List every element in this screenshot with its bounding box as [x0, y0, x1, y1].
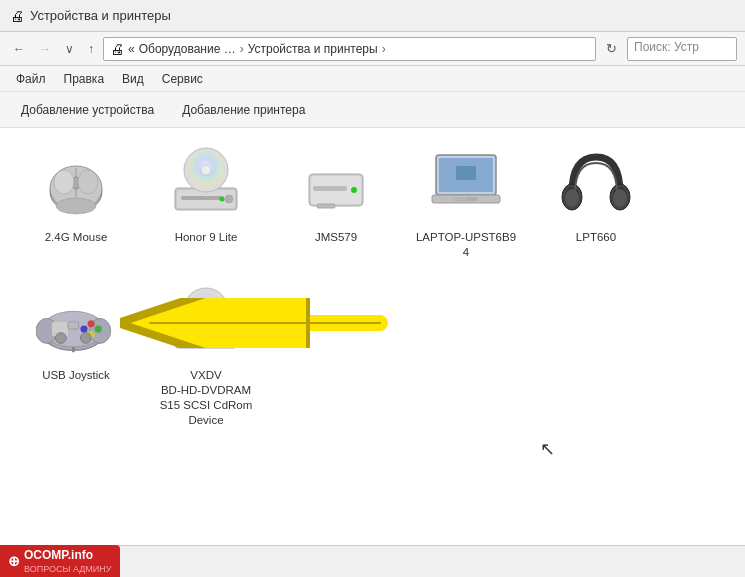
menu-edit[interactable]: Правка — [56, 70, 113, 88]
device-honor9lite-icon — [166, 144, 246, 224]
dropdown-button[interactable]: ∨ — [60, 39, 79, 59]
back-button[interactable]: ← — [8, 39, 30, 59]
svg-point-14 — [201, 165, 211, 175]
title-bar: 🖨 Устройства и принтеры — [0, 0, 745, 32]
title-bar-icon: 🖨 — [10, 8, 24, 24]
device-vxdv-icon — [166, 282, 246, 362]
title-bar-title: Устройства и принтеры — [30, 8, 171, 23]
device-honor9lite-label: Honor 9 Lite — [175, 230, 238, 245]
address-path: 🖨 « Оборудование … › Устройства и принте… — [103, 37, 596, 61]
svg-rect-26 — [440, 199, 466, 200]
device-joystick[interactable]: USB Joystick — [16, 276, 136, 389]
content-area: 2.4G Mouse — [0, 128, 745, 545]
svg-point-40 — [80, 325, 87, 332]
svg-rect-19 — [317, 204, 335, 208]
svg-point-50 — [220, 334, 225, 339]
svg-point-31 — [565, 189, 579, 207]
device-lpt660-label: LPT660 — [576, 230, 616, 245]
path-arrow-1: › — [240, 42, 244, 56]
svg-point-18 — [351, 187, 357, 193]
device-joystick-icon — [36, 282, 116, 362]
device-mouse-label: 2.4G Mouse — [45, 230, 108, 245]
add-device-button[interactable]: Добавление устройства — [10, 99, 165, 121]
device-vxdv[interactable]: VXDVBD-HD-DVDRAMS15 SCSI CdRomDevice — [146, 276, 266, 434]
device-laptop[interactable]: LAPTOP-UPST6B94 — [406, 138, 526, 266]
svg-point-11 — [220, 197, 225, 202]
svg-point-5 — [78, 170, 98, 194]
svg-rect-42 — [68, 322, 79, 329]
device-lpt660-icon — [556, 144, 636, 224]
menu-view[interactable]: Вид — [114, 70, 152, 88]
svg-point-6 — [56, 198, 96, 214]
address-bar: ← → ∨ ↑ 🖨 « Оборудование … › Устройства … — [0, 32, 745, 66]
svg-point-49 — [225, 333, 233, 341]
device-grid: 2.4G Mouse — [16, 138, 729, 434]
path-arrow-2: › — [382, 42, 386, 56]
svg-rect-17 — [313, 186, 347, 191]
toolbar: Добавление устройства Добавление принтер… — [0, 92, 745, 128]
svg-point-39 — [95, 325, 102, 332]
add-printer-button[interactable]: Добавление принтера — [171, 99, 316, 121]
device-jms579-icon — [296, 144, 376, 224]
device-vxdv-label: VXDVBD-HD-DVDRAMS15 SCSI CdRomDevice — [160, 368, 253, 428]
watermark-icon: ⊕ — [8, 553, 20, 569]
device-mouse-icon — [36, 144, 116, 224]
device-jms579-label: JMS579 — [315, 230, 357, 245]
device-laptop-label: LAPTOP-UPST6B94 — [416, 230, 516, 260]
menu-file[interactable]: Файл — [8, 70, 54, 88]
device-lpt660[interactable]: LPT660 — [536, 138, 656, 251]
status-bar: ⊕ OCOMP.info ВОПРОСЫ АДМИНУ — [0, 545, 745, 577]
path-part-3: Устройства и принтеры — [248, 42, 378, 56]
path-folder-icon: 🖨 — [110, 41, 124, 57]
svg-point-32 — [613, 189, 627, 207]
svg-rect-25 — [440, 197, 466, 198]
forward-button[interactable]: → — [34, 39, 56, 59]
device-laptop-icon — [426, 144, 506, 224]
path-part-1: « — [128, 42, 135, 56]
svg-point-4 — [54, 170, 74, 194]
svg-rect-48 — [181, 334, 223, 338]
search-input[interactable]: Поиск: Устр — [627, 37, 737, 61]
svg-rect-9 — [181, 196, 223, 200]
path-part-2: Оборудование … — [139, 42, 236, 56]
device-jms579[interactable]: JMS579 — [276, 138, 396, 251]
refresh-button[interactable]: ↻ — [600, 38, 623, 59]
menu-service[interactable]: Сервис — [154, 70, 211, 88]
menu-bar: Файл Правка Вид Сервис — [0, 66, 745, 92]
device-mouse[interactable]: 2.4G Mouse — [16, 138, 136, 251]
svg-point-53 — [201, 305, 211, 315]
device-joystick-label: USB Joystick — [42, 368, 110, 383]
up-button[interactable]: ↑ — [83, 39, 99, 59]
svg-rect-22 — [456, 166, 476, 180]
svg-point-38 — [88, 320, 95, 327]
svg-point-43 — [56, 333, 67, 344]
svg-point-10 — [225, 195, 233, 203]
svg-point-44 — [80, 333, 91, 344]
device-honor9lite[interactable]: Honor 9 Lite — [146, 138, 266, 251]
watermark-logo: OCOMP.info — [24, 548, 93, 562]
cursor: ↖ — [540, 438, 555, 460]
watermark-sub: ВОПРОСЫ АДМИНУ — [24, 564, 112, 574]
watermark: ⊕ OCOMP.info ВОПРОСЫ АДМИНУ — [0, 545, 120, 577]
